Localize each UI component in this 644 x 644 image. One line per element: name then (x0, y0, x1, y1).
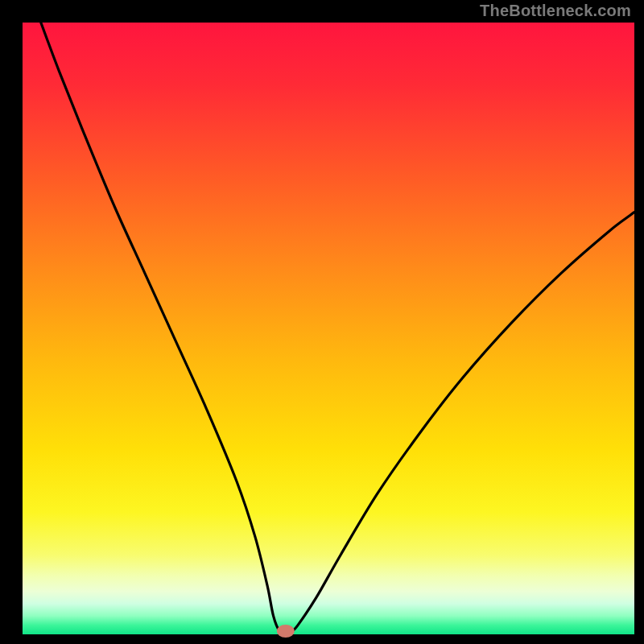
gradient-background (23, 23, 634, 634)
optimal-point-marker (277, 625, 295, 638)
bottleneck-chart (0, 0, 644, 644)
watermark-text: TheBottleneck.com (480, 2, 631, 20)
chart-frame: TheBottleneck.com (0, 0, 644, 644)
